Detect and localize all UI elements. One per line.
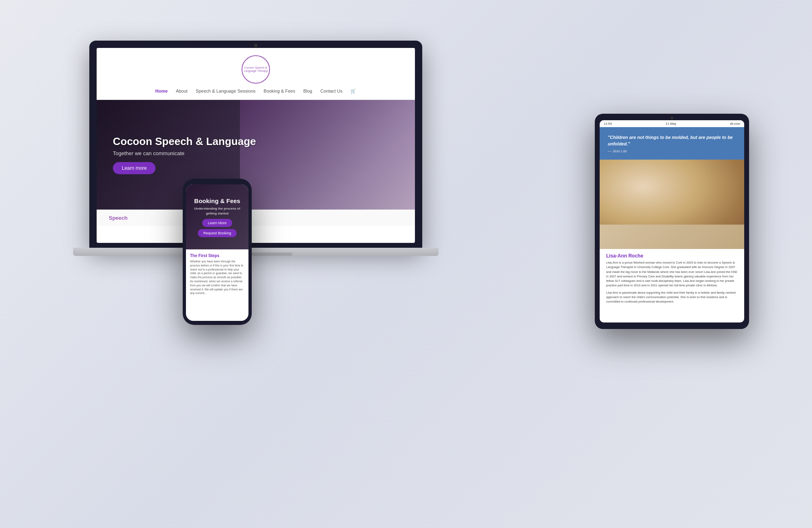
phone-first-steps-title: The First Steps xyxy=(190,253,244,258)
phone-device: Booking & Fees Understanding the process… xyxy=(183,179,252,333)
bottom-tag: Speech xyxy=(109,215,127,221)
tablet-quote: "Children are not things to be molded, b… xyxy=(608,134,736,147)
laptop-bottom-strip: Speech xyxy=(97,210,415,226)
tablet-device: 11:54 11 May slt.com "Children are not t… xyxy=(595,114,749,329)
nav-about[interactable]: About xyxy=(176,89,188,94)
phone-first-steps-text: Whether you have been through the proces… xyxy=(190,260,244,295)
laptop-nav: Cocoon Speech & Language Therapy Home Ab… xyxy=(97,48,415,100)
laptop-menu: Home About Speech & Language Sessions Bo… xyxy=(155,86,356,96)
tablet-person-image xyxy=(600,160,744,249)
laptop-body: Cocoon Speech & Language Therapy Home Ab… xyxy=(89,41,422,248)
hero-title: Cocoon Speech & Language xyxy=(113,135,256,148)
phone-request-booking-button[interactable]: Request Booking xyxy=(198,229,237,237)
laptop-logo: Cocoon Speech & Language Therapy xyxy=(242,51,270,86)
laptop-device: Cocoon Speech & Language Therapy Home Ab… xyxy=(89,41,422,272)
phone-learn-more-button[interactable]: Learn More xyxy=(202,219,232,227)
nav-booking[interactable]: Booking & Fees xyxy=(263,89,295,94)
phone-first-steps-section: The First Steps Whether you have been th… xyxy=(186,249,248,299)
tablet-status-bar: 11:54 11 May slt.com xyxy=(600,120,744,127)
laptop-logo-text: Cocoon Speech & Language Therapy xyxy=(242,66,269,73)
laptop-base xyxy=(73,248,438,256)
tablet-time: 11:54 xyxy=(604,122,612,126)
tablet-person-bio-2: Lisa-Ann is passionate about supporting … xyxy=(600,288,744,307)
nav-blog[interactable]: Blog xyxy=(303,89,312,94)
phone-booking-subtitle: Understanding the process of getting sta… xyxy=(190,206,244,215)
tablet-date: 11 May xyxy=(665,122,676,126)
tablet-quote-bar: "Children are not things to be molded, b… xyxy=(600,127,744,160)
hero-subtitle: Together we can communicate xyxy=(113,150,184,156)
phone-booking-title: Booking & Fees xyxy=(194,197,240,204)
laptop-screen: Cocoon Speech & Language Therapy Home Ab… xyxy=(97,48,415,243)
tablet-body: 11:54 11 May slt.com "Children are not t… xyxy=(595,114,749,329)
tablet-quote-author: — Jess Lair xyxy=(608,149,736,153)
tablet-camera xyxy=(671,117,673,119)
laptop-camera xyxy=(254,44,257,47)
phone-body: Booking & Fees Understanding the process… xyxy=(183,179,252,325)
tablet-person-bio-1: Lisa-Ann is a proud Wexford woman who mo… xyxy=(600,260,744,288)
nav-home[interactable]: Home xyxy=(155,89,168,94)
cart-icon[interactable]: 🛒 xyxy=(350,89,356,94)
nav-speech[interactable]: Speech & Language Sessions xyxy=(196,89,255,94)
phone-booking-section: Booking & Fees Understanding the process… xyxy=(186,184,248,249)
phone-notch xyxy=(207,179,227,184)
phone-screen: Booking & Fees Understanding the process… xyxy=(186,184,248,321)
hero-learn-more-button[interactable]: Learn more xyxy=(113,162,155,174)
laptop-hero: Cocoon Speech & Language Together we can… xyxy=(97,100,415,210)
tablet-url: slt.com xyxy=(730,122,740,126)
tablet-room-floor xyxy=(600,225,744,249)
laptop-logo-circle: Cocoon Speech & Language Therapy xyxy=(242,55,270,84)
nav-contact[interactable]: Contact Us xyxy=(320,89,342,94)
tablet-person-name: Lisa-Ann Roche xyxy=(600,249,744,260)
tablet-screen: 11:54 11 May slt.com "Children are not t… xyxy=(600,120,744,322)
